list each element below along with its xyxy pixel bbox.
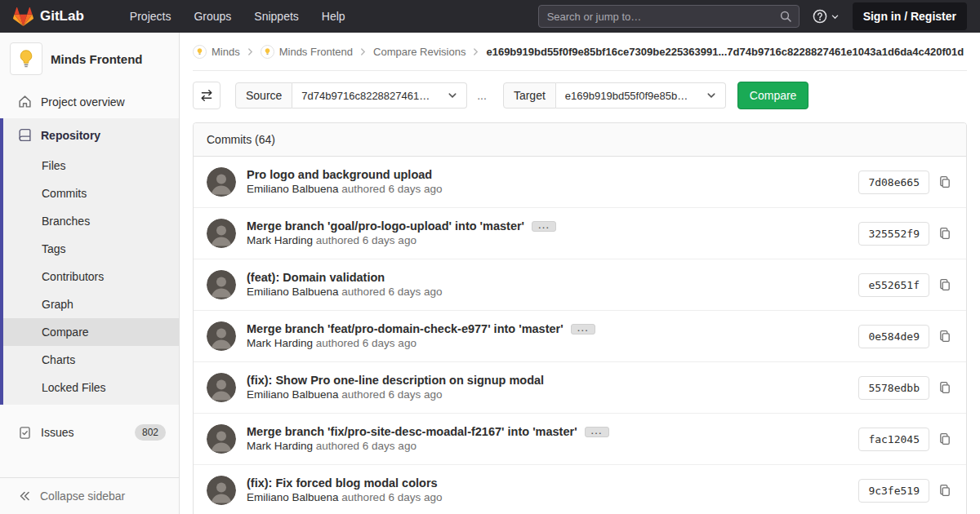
collapse-sidebar-button[interactable]: Collapse sidebar — [0, 477, 179, 514]
commit-expand-button[interactable]: … — [571, 324, 595, 335]
brand-wordmark: GitLab — [40, 8, 84, 24]
commit-actions: fac12045 — [858, 428, 953, 451]
avatar-silhouette-icon — [207, 373, 236, 402]
clipboard-copy-icon — [938, 330, 951, 343]
commit-expand-button[interactable]: … — [532, 221, 556, 232]
breadcrumb-link-minds-frontend[interactable]: Minds Frontend — [261, 45, 353, 59]
sidebar-subitem-graph[interactable]: Graph — [3, 290, 179, 318]
nav-item-projects[interactable]: Projects — [118, 0, 183, 33]
commit-list: Pro logo and background upload Emiliano … — [194, 157, 966, 514]
question-icon — [813, 9, 827, 24]
commit-main: Merge branch 'goal/pro-logo-upload' into… — [247, 219, 845, 247]
commit-sha-link[interactable]: fac12045 — [858, 428, 929, 451]
sidebar-subitem-charts[interactable]: Charts — [3, 346, 179, 374]
sidebar-subitem-files[interactable]: Files — [3, 152, 179, 179]
sidebar-subitem-compare[interactable]: Compare — [3, 318, 179, 346]
source-ref-dropdown[interactable]: 7d74b9716c8228827461… — [292, 82, 467, 109]
target-label: Target — [503, 82, 556, 109]
sidebar-item-issues[interactable]: Issues 802 — [0, 414, 179, 450]
commits-panel: Commits (64) Pro logo and background upl… — [193, 122, 967, 514]
commit-author-avatar[interactable] — [207, 219, 236, 248]
nav-item-help[interactable]: Help — [310, 0, 357, 33]
commit-author-link[interactable]: Mark Harding — [247, 337, 313, 349]
compare-form: Source 7d74b9716c8228827461… ... Target … — [193, 82, 967, 109]
commit-author-avatar[interactable] — [207, 321, 236, 351]
avatar-silhouette-icon — [207, 167, 236, 197]
commit-title-link[interactable]: Merge branch 'feat/pro-domain-check-e977… — [247, 322, 564, 335]
swap-revisions-button[interactable] — [193, 82, 220, 109]
copy-sha-button[interactable] — [938, 175, 953, 189]
chevron-right-icon — [471, 47, 480, 56]
commit-sha-link[interactable]: 0e584de9 — [858, 325, 929, 348]
commit-title-link[interactable]: Merge branch 'fix/pro-site-desc-moadal-f… — [247, 425, 577, 438]
copy-sha-button[interactable] — [938, 432, 953, 446]
sidebar-item-project-overview[interactable]: Project overview — [0, 85, 179, 118]
commit-title-link[interactable]: (fix): Fix forced blog modal colors — [247, 476, 438, 490]
commit-author-avatar[interactable] — [207, 167, 236, 197]
commit-main: (feat): Domain validation Emiliano Balbu… — [247, 271, 845, 299]
copy-sha-button[interactable] — [938, 380, 953, 395]
commit-authored-text: authored 6 days ago — [341, 183, 442, 195]
repo-subnav: FilesCommitsBranchesTagsContributorsGrap… — [3, 152, 179, 405]
source-group: Source 7d74b9716c8228827461… — [235, 82, 467, 109]
sign-in-register-button[interactable]: Sign in / Register — [853, 2, 967, 30]
commit-title-row: (fix): Show Pro one-line description on … — [247, 374, 845, 387]
commit-title-row: Pro logo and background upload — [247, 168, 845, 181]
target-ref-value: e169b919bd55f0f9e85b… — [565, 90, 688, 102]
sidebar-subitem-branches[interactable]: Branches — [3, 207, 179, 235]
commit-author-link[interactable]: Mark Harding — [247, 440, 313, 452]
commit-sha-link[interactable]: 325552f9 — [858, 222, 929, 246]
sidebar-subitem-tags[interactable]: Tags — [3, 235, 179, 263]
breadcrumb-link-compare-revisions[interactable]: Compare Revisions — [373, 46, 466, 58]
commit-title-link[interactable]: Merge branch 'goal/pro-logo-upload' into… — [247, 219, 524, 233]
commit-main: Merge branch 'fix/pro-site-desc-moadal-f… — [247, 425, 845, 453]
commit-author-avatar[interactable] — [207, 373, 236, 402]
commit-row: (fix): Fix forced blog modal colors Emil… — [194, 465, 966, 514]
lightbulb-icon — [263, 47, 272, 56]
commit-author-avatar[interactable] — [207, 270, 236, 299]
sidebar-item-repository[interactable]: Repository — [3, 118, 179, 152]
commit-title-link[interactable]: (fix): Show Pro one-line description on … — [247, 374, 544, 387]
commit-author-avatar[interactable] — [207, 424, 236, 454]
nav-item-groups[interactable]: Groups — [182, 0, 243, 33]
sidebar-subitem-label: Commits — [42, 187, 87, 200]
project-avatar — [10, 42, 42, 75]
copy-sha-button[interactable] — [938, 226, 953, 241]
commit-sha-link[interactable]: 9c3fe519 — [858, 479, 929, 503]
crumb-label: Compare Revisions — [373, 46, 466, 58]
commit-title-link[interactable]: (feat): Domain validation — [247, 271, 385, 284]
commit-meta: Emiliano Balbuena authored 6 days ago — [247, 183, 442, 195]
target-ref-dropdown[interactable]: e169b919bd55f0f9e85b… — [556, 82, 726, 109]
commit-row: Merge branch 'goal/pro-logo-upload' into… — [194, 208, 966, 259]
commit-author-link[interactable]: Emiliano Balbuena — [247, 286, 339, 298]
compare-button[interactable]: Compare — [737, 82, 809, 109]
search-input[interactable] — [538, 5, 800, 28]
commit-sha-link[interactable]: 5578edbb — [858, 376, 929, 400]
commit-author-link[interactable]: Emiliano Balbuena — [247, 183, 339, 195]
commit-sha-link[interactable]: e552651f — [858, 273, 929, 297]
clipboard-copy-icon — [938, 484, 951, 497]
commit-sha-link[interactable]: 7d08e665 — [858, 171, 929, 194]
commit-author-link[interactable]: Emiliano Balbuena — [247, 491, 339, 503]
commit-author-link[interactable]: Emiliano Balbuena — [247, 388, 339, 401]
issues-count-badge: 802 — [135, 424, 166, 441]
sidebar-subitem-commits[interactable]: Commits — [3, 179, 179, 207]
commit-row: Pro logo and background upload Emiliano … — [194, 157, 966, 208]
sidebar-subitem-locked-files[interactable]: Locked Files — [3, 374, 179, 401]
copy-sha-button[interactable] — [938, 329, 953, 343]
project-header[interactable]: Minds Frontend — [0, 33, 179, 85]
project-mini-avatar — [261, 45, 274, 59]
breadcrumb-link-minds[interactable]: Minds — [193, 45, 240, 59]
chevron-down-icon — [831, 12, 840, 21]
commit-actions: 7d08e665 — [858, 171, 953, 194]
sidebar-subitem-contributors[interactable]: Contributors — [3, 263, 179, 290]
help-dropdown[interactable] — [813, 9, 840, 24]
commit-author-avatar[interactable] — [207, 476, 236, 505]
gitlab-logo[interactable]: GitLab — [13, 7, 84, 26]
copy-sha-button[interactable] — [938, 277, 953, 292]
copy-sha-button[interactable] — [938, 483, 953, 498]
commit-expand-button[interactable]: … — [585, 427, 609, 437]
commit-title-link[interactable]: Pro logo and background upload — [247, 168, 432, 181]
nav-item-snippets[interactable]: Snippets — [243, 0, 310, 33]
commit-author-link[interactable]: Mark Harding — [247, 234, 313, 246]
